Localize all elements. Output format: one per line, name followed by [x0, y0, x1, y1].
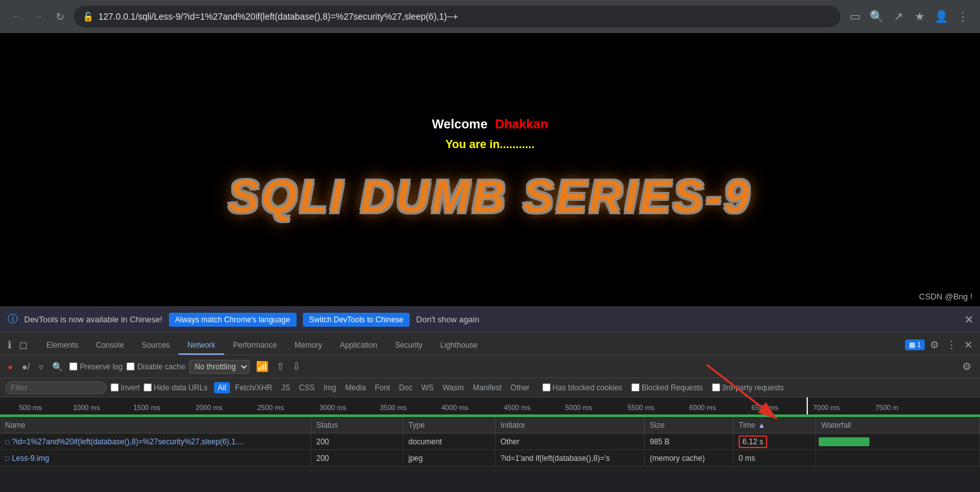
devtools-more-button[interactable]: ⋮ — [944, 338, 959, 352]
disable-cache-label[interactable]: Disable cache — [137, 362, 185, 371]
filter-css-button[interactable]: CSS — [295, 382, 319, 393]
row1-name: □ ?id=1%27and%20if(left(database(),8)=%2… — [0, 434, 311, 449]
preserve-log-label[interactable]: Preserve log — [80, 362, 123, 371]
search-icon[interactable]: 🔍 — [867, 7, 886, 26]
select-element-button[interactable]: ℹ — [5, 338, 14, 352]
dont-show-again-button[interactable]: Don't show again — [416, 315, 479, 324]
filter-type-buttons: All Fetch/XHR JS CSS Img Media Font Doc … — [214, 382, 534, 393]
filter-button[interactable]: ▿ — [36, 360, 46, 373]
th-waterfall[interactable]: Waterfall — [816, 417, 980, 433]
filter-other-button[interactable]: Other — [507, 382, 534, 393]
th-initiator[interactable]: Initiator — [495, 417, 645, 433]
tab-sources[interactable]: Sources — [133, 337, 178, 355]
upload-button[interactable]: ⇧ — [274, 359, 287, 374]
row2-name: □ Less-9.img — [0, 450, 311, 466]
row1-waterfall — [816, 434, 980, 449]
devtools-close-panel-button[interactable]: ✕ — [962, 338, 975, 352]
filter-media-button[interactable]: Media — [341, 382, 370, 393]
wifi-icon-button[interactable]: 📶 — [253, 359, 271, 374]
blocked-requests-group: Blocked Requests — [631, 383, 703, 392]
invert-checkbox[interactable] — [111, 383, 119, 392]
table-row[interactable]: □ Less-9.img 200 jpeg ?id=1'and if(left(… — [0, 450, 980, 467]
cast-icon[interactable]: ▭ — [845, 7, 864, 26]
address-bar[interactable]: 🔓 127.0.0.1/sqli/Less-9/?id=1%27and%20if… — [74, 6, 840, 27]
devtools-settings-button[interactable]: ⚙ — [927, 338, 941, 352]
filter-font-button[interactable]: Font — [371, 382, 394, 393]
th-name[interactable]: Name — [0, 417, 311, 433]
toolbar-icons: ▭ 🔍 ↗ ★ 👤 ⋮ — [845, 7, 972, 26]
device-toolbar-button[interactable]: ◻ — [17, 338, 30, 352]
tab-lighthouse[interactable]: Lighthouse — [431, 337, 487, 355]
has-blocked-cookies-checkbox[interactable] — [542, 383, 551, 392]
tab-elements[interactable]: Elements — [37, 337, 87, 355]
third-party-checkbox[interactable] — [712, 383, 720, 392]
tl-6000: 6000 ms — [689, 404, 716, 411]
you-are-in-text: You are in........... — [445, 138, 535, 151]
tab-application[interactable]: Application — [331, 337, 386, 355]
tl-7000: 7000 ms — [813, 404, 840, 411]
timeline-bar: 500 ms 1000 ms 1500 ms 2000 ms 2500 ms 3… — [0, 397, 980, 417]
throttle-select[interactable]: No throttling — [189, 360, 250, 374]
tl-2000: 2000 ms — [196, 404, 222, 411]
record-button[interactable]: ● — [5, 360, 15, 373]
filter-ws-button[interactable]: WS — [418, 382, 438, 393]
network-settings-button[interactable]: ⚙ — [960, 359, 974, 374]
th-type[interactable]: Type — [403, 417, 495, 433]
tab-performance[interactable]: Performance — [224, 337, 286, 355]
search-network-button[interactable]: 🔍 — [50, 360, 65, 373]
tl-2500: 2500 ms — [257, 404, 284, 411]
invert-label[interactable]: Invert — [121, 383, 140, 392]
csdn-watermark: CSDN @Bng ! — [919, 292, 972, 301]
download-button[interactable]: ⇩ — [290, 359, 303, 374]
badge-button[interactable]: ▩ 1 — [905, 339, 925, 350]
disable-cache-checkbox[interactable] — [126, 362, 135, 371]
tl-3000: 3000 ms — [319, 404, 346, 411]
network-icons: 📶 ⇧ ⇩ — [253, 359, 303, 374]
preserve-log-checkbox[interactable] — [69, 362, 77, 371]
blocked-requests-checkbox[interactable] — [631, 383, 640, 392]
bookmark-icon[interactable]: ★ — [910, 7, 929, 26]
row1-initiator: Other — [495, 434, 645, 449]
reload-button[interactable]: ↻ — [51, 8, 69, 25]
tab-memory[interactable]: Memory — [286, 337, 331, 355]
preserve-log-group: Preserve log — [69, 362, 123, 371]
has-blocked-cookies-label[interactable]: Has blocked cookies — [553, 383, 622, 392]
th-size[interactable]: Size — [645, 417, 734, 433]
menu-icon[interactable]: ⋮ — [953, 7, 972, 26]
network-table: □ ?id=1%27and%20if(left(database(),8)=%2… — [0, 434, 980, 467]
tab-security[interactable]: Security — [386, 337, 431, 355]
tl-5500: 5500 ms — [628, 404, 654, 411]
browser-chrome: ← → ↻ 🔓 127.0.0.1/sqli/Less-9/?id=1%27an… — [0, 0, 980, 33]
match-language-button[interactable]: Always match Chrome's language — [169, 313, 297, 327]
th-time[interactable]: Time ▲ — [734, 417, 816, 433]
blocked-requests-label[interactable]: Blocked Requests — [641, 383, 703, 392]
devtools-tabs: ℹ ◻ Elements Console Sources Network Per… — [0, 332, 980, 355]
profile-icon[interactable]: 👤 — [932, 7, 951, 26]
filter-fetchxhr-button[interactable]: Fetch/XHR — [231, 382, 276, 393]
hide-data-urls-checkbox[interactable] — [144, 383, 152, 392]
table-row[interactable]: □ ?id=1%27and%20if(left(database(),8)=%2… — [0, 434, 980, 450]
tab-console[interactable]: Console — [87, 337, 133, 355]
url-display: 127.0.0.1/sqli/Less-9/?id=1%27and%20if(l… — [98, 11, 831, 22]
dhakkan-text: Dhakkan — [495, 117, 548, 132]
filter-input[interactable] — [5, 381, 107, 394]
hide-data-urls-label[interactable]: Hide data URLs — [154, 383, 208, 392]
filter-wasm-button[interactable]: Wasm — [439, 382, 468, 393]
row2-waterfall — [816, 450, 980, 466]
switch-devtools-button[interactable]: Switch DevTools to Chinese — [303, 313, 410, 327]
infobar-close-button[interactable]: ✕ — [964, 313, 974, 327]
tl-500: 500 ms — [19, 404, 42, 411]
third-party-label[interactable]: 3rd-party requests — [722, 383, 784, 392]
share-icon[interactable]: ↗ — [889, 7, 908, 26]
filter-doc-button[interactable]: Doc — [395, 382, 416, 393]
tab-network[interactable]: Network — [178, 337, 224, 355]
waterfall-bar — [819, 437, 869, 446]
th-status[interactable]: Status — [311, 417, 403, 433]
filter-manifest-button[interactable]: Manifest — [469, 382, 505, 393]
filter-img-button[interactable]: Img — [319, 382, 340, 393]
filter-js-button[interactable]: JS — [278, 382, 294, 393]
filter-all-button[interactable]: All — [214, 382, 230, 393]
forward-button[interactable]: → — [29, 8, 47, 25]
back-button[interactable]: ← — [8, 8, 25, 25]
clear-button[interactable]: ●/ — [19, 360, 32, 373]
